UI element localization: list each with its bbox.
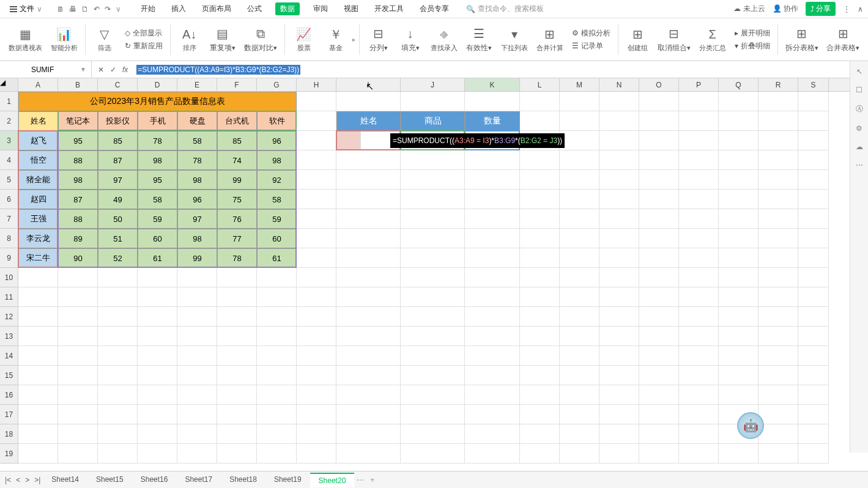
sheet-prev-icon[interactable]: < bbox=[16, 476, 20, 484]
expand-icon[interactable]: ∧ bbox=[858, 5, 863, 13]
merge-table-button[interactable]: ⊞合并表格▾ bbox=[823, 26, 863, 53]
validation-button[interactable]: ☰有效性▾ bbox=[462, 26, 496, 53]
row-header-6[interactable]: 6 bbox=[0, 190, 18, 209]
col-header-F[interactable]: F bbox=[217, 78, 257, 91]
tab-view[interactable]: 视图 bbox=[341, 2, 361, 15]
col-header-Q[interactable]: Q bbox=[719, 78, 759, 91]
row-header-13[interactable]: 13 bbox=[0, 327, 18, 346]
col-header-A[interactable]: A bbox=[18, 78, 58, 91]
row-header-15[interactable]: 15 bbox=[0, 366, 18, 385]
sheet-tab-sheet18[interactable]: Sheet18 bbox=[221, 473, 265, 487]
cloud-status[interactable]: ☁ 未上云 bbox=[733, 4, 765, 14]
sheet-tab-sheet14[interactable]: Sheet14 bbox=[43, 473, 87, 487]
sheet-tab-sheet20[interactable]: Sheet20 bbox=[310, 473, 355, 487]
assistant-avatar[interactable]: 🤖 bbox=[737, 412, 764, 439]
row-header-12[interactable]: 12 bbox=[0, 307, 18, 327]
consolidate-button[interactable]: ⊞合并计算 bbox=[533, 26, 567, 53]
accept-formula-icon[interactable]: ✓ bbox=[110, 65, 116, 74]
ungroup-button[interactable]: ⊟取消组合▾ bbox=[654, 26, 694, 53]
collapse-detail-button[interactable]: ▾ 折叠明细 bbox=[735, 41, 770, 51]
find-input-button[interactable]: ⎆查找录入 bbox=[427, 26, 461, 53]
expand-detail-button[interactable]: ▸ 展开明细 bbox=[735, 28, 770, 39]
side-settings-icon[interactable]: ⚙ bbox=[856, 124, 862, 133]
sheet-tab-sheet16[interactable]: Sheet16 bbox=[132, 473, 177, 487]
row-header-3[interactable]: 3 bbox=[0, 131, 18, 150]
record-button[interactable]: ☰ 记录单 bbox=[572, 41, 610, 51]
sheet-next-icon[interactable]: > bbox=[25, 476, 29, 484]
row-header-10[interactable]: 10 bbox=[0, 268, 18, 287]
split-button[interactable]: ⊟分列▾ bbox=[363, 26, 394, 53]
split-table-button[interactable]: ⊞拆分表格▾ bbox=[782, 26, 822, 53]
row-header-11[interactable]: 11 bbox=[0, 287, 18, 307]
tab-formula[interactable]: 公式 bbox=[245, 2, 264, 15]
col-header-D[interactable]: D bbox=[138, 78, 177, 91]
sheet-tab-sheet15[interactable]: Sheet15 bbox=[87, 473, 132, 487]
row-header-8[interactable]: 8 bbox=[0, 229, 18, 248]
lookup-name[interactable]: 姓名 bbox=[336, 111, 401, 131]
redo-icon[interactable]: ↷ bbox=[105, 5, 111, 13]
filter-button[interactable]: ▽筛选 bbox=[89, 26, 120, 53]
undo-icon[interactable]: ↶ bbox=[94, 5, 100, 13]
col-header-E[interactable]: E bbox=[177, 78, 217, 91]
sheet-tab-sheet17[interactable]: Sheet17 bbox=[176, 473, 221, 487]
row-header-19[interactable]: 19 bbox=[0, 444, 18, 464]
tab-layout[interactable]: 页面布局 bbox=[199, 2, 234, 15]
reapply-button[interactable]: ↻ 重新应用 bbox=[125, 41, 163, 51]
row-header-2[interactable]: 2 bbox=[0, 111, 18, 131]
col-header-P[interactable]: P bbox=[679, 78, 719, 91]
print-icon[interactable]: 🖶 bbox=[69, 5, 76, 13]
add-sheet-icon[interactable]: + bbox=[370, 476, 374, 484]
tab-dev[interactable]: 开发工具 bbox=[372, 2, 406, 15]
side-style-icon[interactable]: Ⓐ bbox=[856, 104, 863, 114]
row-header-14[interactable]: 14 bbox=[0, 346, 18, 366]
sheet-more-icon[interactable]: ⋯ bbox=[357, 476, 364, 484]
header-name[interactable]: 姓名 bbox=[18, 111, 58, 131]
showall-button[interactable]: ◇ 全部显示 bbox=[125, 28, 163, 39]
fund-button[interactable]: ￥基金 bbox=[321, 26, 351, 53]
group-button[interactable]: ⊞创建组 bbox=[622, 26, 653, 53]
name-box[interactable]: ▼ bbox=[0, 61, 92, 78]
qat-dropdown[interactable]: ∨ bbox=[116, 5, 121, 13]
more-icon[interactable]: ⋮ bbox=[843, 5, 850, 13]
smart-analysis-button[interactable]: 📊智能分析 bbox=[46, 26, 81, 53]
fill-button[interactable]: ↓填充▾ bbox=[395, 26, 426, 53]
col-header-I[interactable]: I bbox=[336, 78, 401, 91]
row-header-7[interactable]: 7 bbox=[0, 209, 18, 229]
tab-insert[interactable]: 插入 bbox=[169, 2, 188, 15]
file-menu[interactable]: 文件∨ bbox=[5, 2, 47, 15]
sheet-last-icon[interactable]: >| bbox=[34, 476, 40, 484]
lookup-product[interactable]: 商品 bbox=[401, 111, 465, 131]
select-all-corner[interactable]: ◢ bbox=[0, 78, 18, 91]
command-search[interactable]: 🔍 查找命令、搜索模板 bbox=[466, 4, 544, 14]
sheet-first-icon[interactable]: |< bbox=[5, 476, 11, 484]
duplicates-button[interactable]: ▤重复项▾ bbox=[206, 26, 240, 53]
subtotal-button[interactable]: Σ分类汇总 bbox=[696, 26, 730, 53]
col-header-N[interactable]: N bbox=[599, 78, 639, 91]
sort-button[interactable]: A↓排序 bbox=[174, 26, 205, 53]
fx-icon[interactable]: fx bbox=[122, 65, 128, 74]
col-header-J[interactable]: J bbox=[401, 78, 465, 91]
side-select-icon[interactable]: ☐ bbox=[856, 86, 862, 94]
dropdown-button[interactable]: ▾下拉列表 bbox=[497, 26, 531, 53]
side-cursor-icon[interactable]: ↖ bbox=[856, 67, 862, 76]
col-header-M[interactable]: M bbox=[560, 78, 599, 91]
save-icon[interactable]: 🗎 bbox=[57, 5, 64, 13]
col-header-S[interactable]: S bbox=[798, 78, 829, 91]
tab-member[interactable]: 会员专享 bbox=[417, 2, 451, 15]
tab-data[interactable]: 数据 bbox=[275, 2, 300, 15]
col-header-O[interactable]: O bbox=[639, 78, 679, 91]
stock-button[interactable]: 📈股票 bbox=[289, 26, 319, 53]
cancel-formula-icon[interactable]: ✕ bbox=[98, 65, 104, 74]
pivot-button[interactable]: ▦数据透视表 bbox=[5, 26, 45, 53]
row-header-5[interactable]: 5 bbox=[0, 170, 18, 190]
formula-bar[interactable]: =SUMPRODUCT((A3:A9=I3)*B3:G9*(B2:G2=J3)) bbox=[134, 61, 868, 78]
col-header-K[interactable]: K bbox=[465, 78, 520, 91]
col-header-C[interactable]: C bbox=[98, 78, 138, 91]
compare-button[interactable]: ⧉数据对比▾ bbox=[240, 26, 281, 53]
row-header-9[interactable]: 9 bbox=[0, 248, 18, 268]
sheet-tab-sheet19[interactable]: Sheet19 bbox=[265, 473, 310, 487]
title-cell[interactable]: 公司2023年3月销售产品数量信息表 bbox=[18, 92, 297, 111]
col-header-B[interactable]: B bbox=[58, 78, 98, 91]
col-header-G[interactable]: G bbox=[257, 78, 297, 91]
col-header-H[interactable]: H bbox=[297, 78, 336, 91]
